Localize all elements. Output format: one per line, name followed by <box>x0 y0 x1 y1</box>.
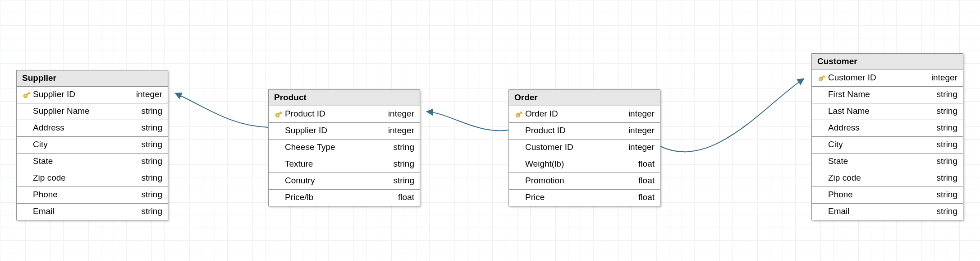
field-type: string <box>937 106 957 117</box>
connector-order-to-product[interactable] <box>427 112 508 130</box>
field-name: Phone <box>33 190 142 200</box>
field-name: First Name <box>828 89 937 100</box>
entity-header[interactable]: Supplier <box>17 70 168 87</box>
entity-field-row[interactable]: Phonestring <box>17 187 168 204</box>
field-name: Promotion <box>525 176 638 186</box>
field-name: State <box>33 156 142 167</box>
entity-field-row[interactable]: Texturestring <box>269 156 420 173</box>
primary-key-cell <box>815 74 828 83</box>
entity-header[interactable]: Order <box>509 90 660 106</box>
field-type: string <box>937 156 957 167</box>
field-name: Customer ID <box>525 142 628 153</box>
field-name: Cheese Type <box>285 142 394 153</box>
field-name: Price <box>525 192 638 203</box>
entity-field-row[interactable]: Addressstring <box>812 120 963 137</box>
field-type: string <box>142 173 162 183</box>
entity-header[interactable]: Customer <box>812 54 963 70</box>
field-type: string <box>937 123 957 133</box>
primary-key-icon <box>817 74 826 83</box>
entity-field-row[interactable]: Supplier IDinteger <box>17 87 168 103</box>
entity-order[interactable]: OrderOrder IDintegerProduct IDintegerCus… <box>508 89 660 206</box>
connector-order-to-customer[interactable] <box>660 79 803 152</box>
field-name: Product ID <box>525 126 628 136</box>
field-type: string <box>142 156 162 167</box>
entity-field-row[interactable]: First Namestring <box>812 87 963 103</box>
field-name: City <box>33 140 142 150</box>
field-name: Address <box>828 123 937 133</box>
field-name: Zip code <box>33 173 142 183</box>
entity-field-row[interactable]: Zip codestring <box>812 170 963 187</box>
field-name: Product ID <box>285 109 388 119</box>
field-name: Price/lb <box>285 192 398 203</box>
field-name: Texture <box>285 159 394 169</box>
field-name: Conutry <box>285 176 394 186</box>
entity-field-row[interactable]: Price/lbfloat <box>269 190 420 206</box>
field-type: string <box>142 140 162 150</box>
field-type: string <box>394 159 414 169</box>
field-type: string <box>394 142 414 153</box>
field-name: Phone <box>828 190 937 200</box>
entity-field-row[interactable]: Product IDinteger <box>509 123 660 140</box>
entity-field-row[interactable]: Supplier IDinteger <box>269 123 420 140</box>
field-name: Email <box>828 206 937 217</box>
entity-field-row[interactable]: Emailstring <box>17 204 168 220</box>
entity-field-row[interactable]: Citystring <box>812 137 963 154</box>
field-type: integer <box>628 126 655 136</box>
field-name: Supplier Name <box>33 106 142 117</box>
field-name: Order ID <box>525 109 628 119</box>
field-type: string <box>937 173 957 183</box>
entity-field-row[interactable]: Conutrystring <box>269 173 420 190</box>
field-name: Address <box>33 123 142 133</box>
primary-key-icon <box>514 110 523 119</box>
field-type: string <box>142 106 162 117</box>
field-name: Supplier ID <box>285 126 388 136</box>
entity-field-row[interactable]: Pricefloat <box>509 190 660 206</box>
field-type: integer <box>628 109 655 119</box>
entity-field-row[interactable]: Promotionfloat <box>509 173 660 190</box>
entity-supplier[interactable]: SupplierSupplier IDintegerSupplier Names… <box>16 70 168 220</box>
field-type: string <box>142 190 162 200</box>
entity-field-row[interactable]: Statestring <box>812 154 963 170</box>
entity-field-row[interactable]: Weight(lb)float <box>509 156 660 173</box>
field-type: string <box>394 176 414 186</box>
entity-field-row[interactable]: Customer IDinteger <box>812 70 963 87</box>
entity-field-row[interactable]: Emailstring <box>812 204 963 220</box>
field-type: string <box>937 190 957 200</box>
field-name: Customer ID <box>828 73 931 83</box>
entity-field-row[interactable]: Order IDinteger <box>509 106 660 123</box>
connector-product-to-supplier[interactable] <box>176 93 268 127</box>
field-type: string <box>937 89 957 100</box>
entity-field-row[interactable]: Statestring <box>17 154 168 170</box>
field-type: string <box>142 206 162 217</box>
entity-product[interactable]: ProductProduct IDintegerSupplier IDinteg… <box>268 89 420 206</box>
entity-field-row[interactable]: Phonestring <box>812 187 963 204</box>
entity-header[interactable]: Product <box>269 90 420 106</box>
entity-field-row[interactable]: Cheese Typestring <box>269 140 420 156</box>
field-type: float <box>638 159 655 169</box>
entity-customer[interactable]: CustomerCustomer IDintegerFirst Namestri… <box>811 53 963 220</box>
field-name: City <box>828 140 937 150</box>
field-name: Weight(lb) <box>525 159 638 169</box>
field-name: Supplier ID <box>33 89 136 100</box>
field-type: string <box>937 140 957 150</box>
primary-key-icon <box>274 110 283 119</box>
entity-field-row[interactable]: Customer IDinteger <box>509 140 660 156</box>
field-type: integer <box>628 142 655 153</box>
entity-field-row[interactable]: Last Namestring <box>812 103 963 120</box>
field-type: float <box>638 192 655 203</box>
field-name: Email <box>33 206 142 217</box>
field-name: State <box>828 156 937 167</box>
field-type: string <box>142 123 162 133</box>
primary-key-cell <box>272 110 285 119</box>
diagram-canvas: SupplierSupplier IDintegerSupplier Names… <box>0 0 980 261</box>
field-type: integer <box>388 126 414 136</box>
entity-field-row[interactable]: Product IDinteger <box>269 106 420 123</box>
field-type: string <box>937 206 957 217</box>
entity-field-row[interactable]: Zip codestring <box>17 170 168 187</box>
entity-field-row[interactable]: Supplier Namestring <box>17 103 168 120</box>
field-type: integer <box>931 73 957 83</box>
entity-field-row[interactable]: Addressstring <box>17 120 168 137</box>
field-type: integer <box>388 109 414 119</box>
entity-field-row[interactable]: Citystring <box>17 137 168 154</box>
primary-key-cell <box>513 110 525 119</box>
